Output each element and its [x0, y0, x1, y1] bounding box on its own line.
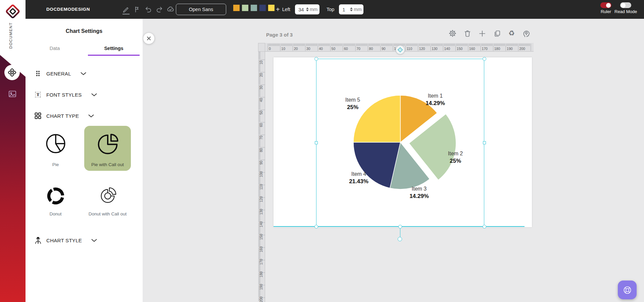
color-swatch-3[interactable]	[251, 5, 257, 11]
document-canvas: Page 3 of 3	[143, 19, 644, 302]
selection-rectangle[interactable]	[316, 59, 484, 226]
cloud-check-icon[interactable]	[166, 5, 175, 14]
ruler-toggle-group: Ruler	[600, 2, 611, 14]
chart-type-pie-callout[interactable]: Pie with Call out	[84, 126, 131, 171]
chevron-down-icon	[91, 239, 97, 242]
top-value-input[interactable]	[342, 7, 350, 12]
duplicate-icon[interactable]	[493, 30, 501, 37]
color-swatch-5[interactable]	[268, 5, 275, 11]
nav-rail: DOCUMENT	[0, 0, 26, 302]
chevron-down-icon	[80, 72, 87, 76]
idea-icon[interactable]	[523, 30, 530, 37]
chart-type-donut[interactable]: Donut	[32, 181, 79, 221]
chart-type-pie[interactable]: Pie	[32, 126, 79, 171]
top-value-box[interactable]: mm	[339, 4, 363, 14]
svg-text:40: 40	[259, 98, 263, 102]
step-up-icon[interactable]	[350, 7, 353, 9]
settings-icon[interactable]	[449, 30, 456, 37]
svg-text:30: 30	[259, 86, 263, 90]
svg-text:150: 150	[259, 234, 263, 240]
donut-callout-icon	[97, 181, 118, 211]
svg-text:120: 120	[259, 196, 263, 202]
ruler-toggle[interactable]	[600, 2, 611, 8]
svg-text:0: 0	[269, 47, 271, 51]
svg-text:110: 110	[259, 184, 263, 190]
pie-icon	[45, 126, 67, 161]
resize-handle-top-right[interactable]	[483, 57, 486, 61]
svg-text:130: 130	[259, 209, 263, 215]
section-header-general[interactable]: GENERAL	[34, 68, 87, 79]
svg-text:90: 90	[259, 161, 263, 165]
left-value-box[interactable]: mm	[295, 4, 319, 14]
undo-icon[interactable]	[144, 5, 152, 14]
resize-handle-bottom-left[interactable]	[314, 225, 318, 229]
svg-text:20: 20	[294, 47, 298, 51]
sidebar-item-images[interactable]	[8, 90, 16, 99]
active-tab-underline	[88, 55, 140, 56]
anchor-handle[interactable]	[396, 45, 405, 54]
recycle-icon[interactable]: ♻	[508, 30, 515, 37]
help-button[interactable]	[618, 281, 637, 299]
pie-callout-icon	[96, 126, 119, 161]
vertical-ruler[interactable]: 1020304050607080901001101201301401501601…	[258, 52, 265, 302]
svg-text:30: 30	[306, 47, 310, 51]
svg-text:20: 20	[259, 73, 263, 77]
svg-text:50: 50	[332, 47, 336, 51]
read-mode-toggle[interactable]	[620, 2, 631, 8]
resize-handle-top-left[interactable]	[314, 57, 318, 61]
svg-text:50: 50	[259, 110, 263, 114]
add-icon[interactable]	[478, 30, 486, 37]
donut-icon	[45, 181, 67, 211]
color-swatches	[233, 5, 275, 11]
svg-text:160: 160	[469, 47, 475, 51]
pie-callout-label-5: Item 525%	[345, 97, 360, 111]
step-up-icon[interactable]	[306, 7, 309, 9]
svg-text:40: 40	[319, 47, 323, 51]
section-header-chart-style[interactable]: CHART STYLE	[34, 235, 97, 245]
drag-dots-icon	[34, 70, 42, 77]
tab-settings[interactable]: Settings	[88, 46, 140, 51]
resize-handle-mid-left[interactable]	[315, 141, 318, 144]
svg-text:170: 170	[482, 47, 488, 51]
tab-data[interactable]: Data	[29, 46, 81, 51]
app-logo[interactable]	[5, 4, 20, 20]
step-down-icon[interactable]	[350, 10, 353, 11]
chart-type-donut-callout[interactable]: Donut with Call out	[84, 181, 131, 221]
section-header-font-styles[interactable]: TFONT STYLES	[34, 90, 97, 100]
step-down-icon[interactable]	[306, 10, 309, 11]
color-swatch-2[interactable]	[242, 5, 248, 11]
color-swatch-1[interactable]	[233, 5, 240, 11]
font-selector-button[interactable]: Open Sans	[176, 4, 226, 15]
panel-close-button[interactable]	[143, 33, 154, 44]
resize-handle-bottom-right[interactable]	[483, 225, 486, 229]
top-stepper[interactable]	[350, 7, 353, 11]
resize-handle-bottom-mid[interactable]	[398, 225, 402, 229]
redo-icon[interactable]	[155, 5, 163, 14]
sidebar-item-charts[interactable]	[4, 65, 20, 80]
pie-callout-label-2: Item 225%	[448, 151, 463, 164]
top-label: Top	[327, 7, 334, 12]
chevron-down-icon	[88, 114, 94, 118]
compass-icon	[397, 46, 404, 53]
svg-text:190: 190	[259, 284, 263, 290]
read-mode-toggle-label: Read Mode	[614, 9, 637, 14]
svg-text:160: 160	[259, 246, 263, 252]
left-value-input[interactable]	[298, 7, 306, 12]
left-stepper[interactable]	[306, 7, 309, 11]
svg-text:60: 60	[259, 123, 263, 127]
pencil-icon[interactable]	[122, 5, 130, 14]
flag-icon[interactable]	[133, 5, 141, 14]
section-header-chart-type[interactable]: CHART TYPE	[34, 111, 94, 121]
pie-callout-label-4: Item 421.43%	[349, 171, 368, 185]
trash-icon[interactable]	[463, 30, 471, 37]
resize-handle-mid-right[interactable]	[483, 141, 486, 144]
lifebuoy-icon	[623, 286, 632, 295]
topbar: DOCDEMODESIGN Open Sans + Left	[26, 0, 644, 19]
canvas-toolbar: ♻	[449, 30, 530, 37]
pie-callout-label-3: Item 314.29%	[409, 186, 429, 200]
rotation-handle[interactable]	[398, 237, 402, 241]
charts-icon	[8, 68, 16, 77]
left-label: Left	[282, 7, 290, 12]
color-swatch-4[interactable]	[259, 5, 266, 11]
svg-text:70: 70	[356, 47, 360, 51]
